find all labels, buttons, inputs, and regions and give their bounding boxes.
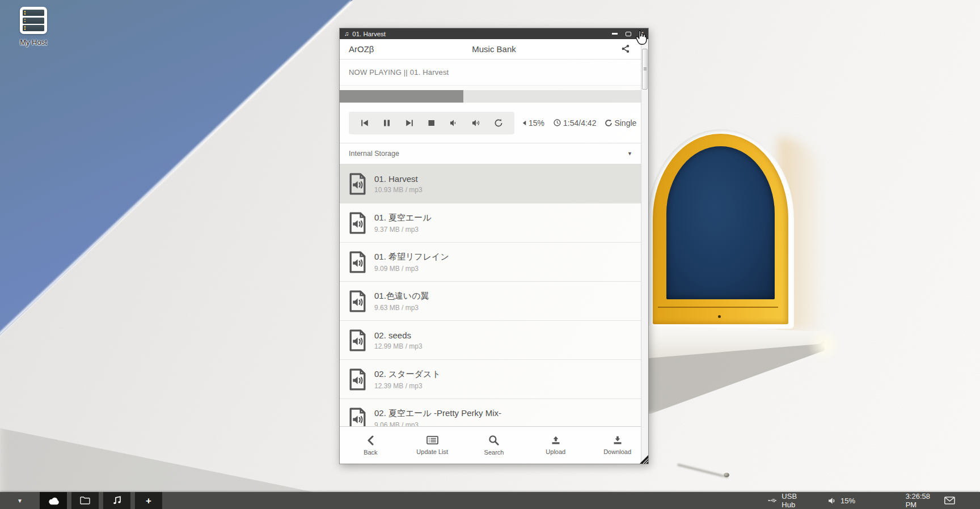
upload-button[interactable]: Upload — [525, 427, 586, 464]
upload-icon — [551, 436, 561, 445]
audio-file-icon — [348, 290, 368, 313]
scrollbar-track[interactable] — [641, 39, 648, 464]
track-row[interactable]: 01. Harvest 10.93 MB / mp3 — [340, 164, 648, 203]
update-list-icon — [426, 435, 438, 445]
server-slat — [23, 10, 44, 16]
minimize-icon — [612, 33, 618, 34]
search-button[interactable]: Search — [463, 427, 525, 464]
clock-tray-item[interactable]: 3:26:58 PM — [906, 492, 930, 509]
usb-label: USB Hub — [782, 492, 802, 509]
storage-selector[interactable]: Internal Storage ▼ — [340, 143, 648, 164]
repeat-icon — [494, 118, 503, 128]
audio-file-icon — [348, 329, 368, 352]
download-button[interactable]: Download — [586, 427, 648, 464]
audio-file-icon — [348, 368, 368, 391]
track-title: 01.色違いの翼 — [374, 291, 429, 302]
next-icon — [405, 119, 414, 127]
track-title: 02. スターダスト — [374, 369, 441, 380]
track-row[interactable]: 02. seeds 12.99 MB / mp3 — [340, 321, 648, 360]
volume-up-button[interactable] — [470, 118, 482, 128]
track-meta: 9.37 MB / mp3 — [374, 226, 432, 234]
chevron-down-icon: ▼ — [627, 151, 632, 156]
maximize-icon — [626, 32, 631, 36]
previous-button[interactable] — [359, 118, 370, 128]
track-text: 01. 夏空エール 9.37 MB / mp3 — [374, 213, 432, 234]
track-meta: 12.99 MB / mp3 — [374, 342, 423, 350]
track-text: 02. seeds 12.99 MB / mp3 — [374, 330, 423, 350]
taskbar-cloud-button[interactable] — [40, 492, 67, 509]
arch-window-frame-line — [658, 307, 778, 308]
track-text: 02. スターダスト 12.39 MB / mp3 — [374, 369, 441, 390]
taskbar-files-button[interactable] — [71, 492, 99, 509]
track-meta: 9.09 MB / mp3 — [374, 265, 449, 273]
desktop-icon-my-host[interactable]: My Host — [8, 7, 59, 46]
track-row[interactable]: 01. 夏空エール 9.37 MB / mp3 — [340, 203, 648, 243]
maximize-button[interactable] — [626, 32, 631, 36]
music-note-icon: ♫ — [344, 31, 349, 37]
app-header: ArOZβ Music Bank — [340, 39, 648, 60]
track-row[interactable]: 01.色違いの翼 9.63 MB / mp3 — [340, 282, 648, 321]
track-row[interactable]: 02. スターダスト 12.39 MB / mp3 — [340, 360, 648, 399]
scrollbar-grip — [644, 67, 647, 68]
now-playing-bar: NOW PLAYING || 01. Harvest — [340, 60, 648, 86]
speaker-icon — [828, 497, 837, 504]
player-controls — [349, 112, 514, 134]
volume-down-button[interactable] — [448, 118, 459, 128]
window-titlebar[interactable]: ♫ 01. Harvest × — [340, 28, 648, 39]
track-text: 02. 夏空エール -Pretty Perky Mix- 9.06 MB / m… — [374, 408, 501, 429]
volume-down-icon — [449, 119, 458, 127]
cloud-icon — [48, 497, 60, 505]
clock-icon — [553, 118, 561, 127]
folder-icon — [80, 497, 90, 504]
audio-file-icon — [348, 211, 368, 235]
resize-grip[interactable] — [640, 455, 648, 464]
caret-down-icon: ▼ — [17, 498, 23, 504]
volume-tray-item[interactable]: 15% — [828, 497, 855, 505]
desktop-icon-label: My Host — [8, 38, 59, 46]
taskbar: ▼ + USB Hub 15% 3:26:58 PM — [0, 492, 980, 509]
footer-toolbar: Back Update List Search Upload Download — [340, 426, 648, 464]
update-list-button[interactable]: Update List — [402, 427, 463, 464]
track-title: 01. 希望リフレイン — [374, 252, 449, 262]
track-row[interactable]: 01. 希望リフレイン 9.09 MB / mp3 — [340, 243, 648, 282]
track-title: 01. Harvest — [374, 174, 423, 184]
usb-icon — [768, 497, 778, 504]
track-title: 02. 夏空エール -Pretty Perky Mix- — [374, 408, 501, 419]
progress-bar[interactable] — [340, 90, 648, 103]
track-text: 01.色違いの翼 9.63 MB / mp3 — [374, 291, 429, 312]
search-icon — [488, 435, 499, 446]
mail-icon — [944, 497, 955, 504]
arch-window-glass — [666, 146, 775, 299]
upload-label: Upload — [546, 448, 565, 455]
server-slat — [23, 18, 44, 24]
audio-file-icon — [348, 172, 368, 196]
share-button[interactable] — [621, 44, 630, 56]
scrollbar-thumb[interactable] — [642, 49, 648, 90]
mail-tray-item[interactable] — [944, 497, 955, 504]
volume-value: 15% — [529, 118, 544, 128]
taskbar-caret-button[interactable]: ▼ — [0, 498, 40, 504]
stop-button[interactable] — [426, 118, 437, 128]
back-label: Back — [364, 449, 377, 456]
desktop: My Host ♫ 01. Harvest × ArOZβ Music Bank — [0, 0, 980, 509]
usb-tray-item[interactable]: USB Hub — [768, 492, 802, 509]
track-meta: 12.39 MB / mp3 — [374, 382, 441, 390]
track-meta: 10.93 MB / mp3 — [374, 186, 423, 194]
close-button[interactable]: × — [639, 31, 644, 37]
window-body: ArOZβ Music Bank NOW PLAYING || 01. Harv… — [340, 39, 648, 464]
taskbar-music-button[interactable] — [103, 492, 130, 509]
track-list: 01. Harvest 10.93 MB / mp3 01. 夏空エール 9.3… — [340, 164, 648, 464]
next-button[interactable] — [404, 118, 415, 128]
repeat-button[interactable] — [493, 117, 504, 129]
time-value: 1:54/4:42 — [563, 118, 596, 128]
back-button[interactable]: Back — [340, 427, 402, 464]
minimize-button[interactable] — [612, 33, 618, 34]
pause-icon — [382, 119, 391, 127]
pause-button[interactable] — [381, 118, 392, 128]
playmode-indicator[interactable]: Single — [605, 118, 636, 128]
track-title: 01. 夏空エール — [374, 213, 432, 223]
taskbar-add-button[interactable]: + — [135, 492, 162, 509]
download-icon — [612, 436, 623, 445]
close-icon: × — [639, 31, 644, 37]
time-indicator: 1:54/4:42 — [553, 118, 596, 128]
